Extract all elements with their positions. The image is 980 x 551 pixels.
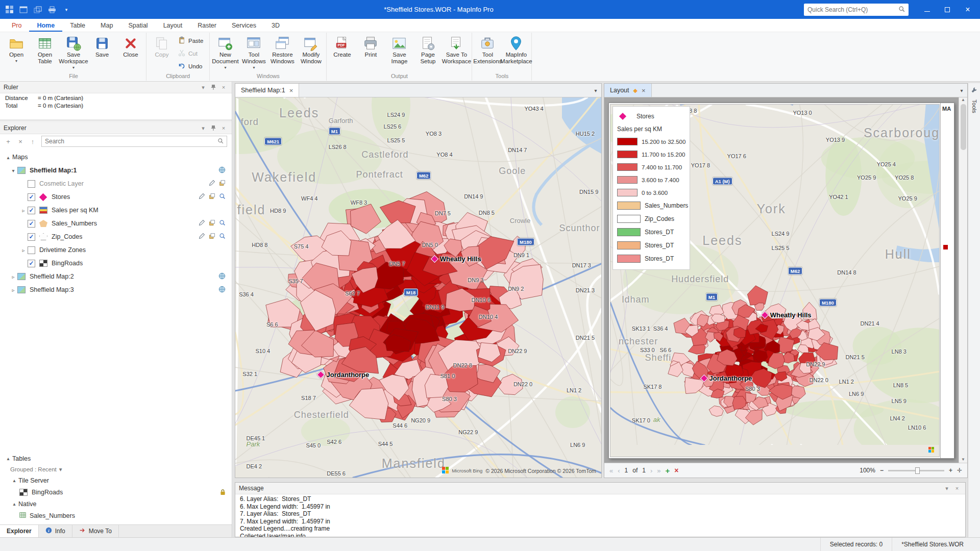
quick-access-layers-icon[interactable] — [31, 3, 45, 16]
zoom-in-icon[interactable]: + — [949, 467, 952, 474]
print-button[interactable]: Print — [356, 33, 385, 72]
panel-menu-icon[interactable]: ▾ — [199, 84, 208, 91]
tables-grouping[interactable]: Grouped : Recent▾ — [0, 464, 232, 474]
zoom-slider-thumb[interactable] — [915, 467, 920, 474]
edit-icon[interactable] — [209, 180, 215, 188]
layout-canvas[interactable]: YO18 8YO13 0NorthallertonScarboroughDL8 … — [604, 97, 967, 463]
vertical-scrollbar[interactable]: ▲ ▼ — [959, 97, 967, 463]
mapinfo-marketplace-button[interactable]: MapInfo Marketplace — [502, 33, 530, 72]
expander-icon[interactable]: ▹ — [9, 287, 17, 293]
open-table-button[interactable]: Open Table — [31, 33, 59, 72]
dock-tab-move-to[interactable]: Move To — [72, 525, 119, 537]
style-icon[interactable] — [209, 219, 215, 228]
zoom-icon[interactable] — [219, 219, 226, 228]
search-icon[interactable] — [217, 138, 224, 145]
tree-map-sheffield-map-3[interactable]: ▹Sheffield Map:3 — [0, 283, 232, 296]
table-group-native[interactable]: ▴Native — [0, 498, 232, 510]
modify-window-button[interactable]: Modify Window — [297, 33, 325, 72]
minimize-button[interactable] — [917, 0, 937, 19]
dock-tab-info[interactable]: iInfo — [39, 525, 72, 537]
edit-icon[interactable] — [199, 233, 205, 241]
save-image-button[interactable]: Save Image — [385, 33, 413, 72]
layer-row-drivetime-zones[interactable]: ▹Drivetime Zones — [0, 243, 232, 257]
ribbon-tab-services[interactable]: Services — [224, 19, 264, 32]
collapse-icon[interactable]: ▴ — [4, 155, 12, 160]
style-icon[interactable] — [209, 233, 215, 241]
ribbon-tab-map[interactable]: Map — [93, 19, 120, 32]
undo-button[interactable]: Undo — [176, 60, 208, 72]
wrench-icon[interactable] — [971, 87, 977, 95]
table-group-tile-server[interactable]: ▴Tile Server — [0, 474, 232, 486]
map-canvas[interactable]: LeedsfordGarforthLS24 9LS25 6YO8 3YO43 4… — [235, 97, 601, 478]
scroll-up-icon[interactable]: ▲ — [961, 97, 965, 102]
style-icon[interactable] — [219, 180, 226, 188]
close-button[interactable]: Close — [116, 33, 145, 72]
add-page-button[interactable]: + — [666, 466, 670, 475]
expander-icon[interactable]: ▹ — [19, 208, 28, 213]
save-to-workspace-button[interactable]: Save To Workspace — [442, 33, 471, 72]
style-icon[interactable] — [209, 193, 215, 201]
tool-windows-button[interactable]: Tool Windows▾ — [239, 33, 268, 72]
restore-windows-button[interactable]: Restore Windows — [268, 33, 297, 72]
explorer-search-input[interactable] — [45, 138, 217, 145]
search-icon[interactable] — [898, 6, 905, 14]
save-workspace-button[interactable]: Save Workspace▾ — [59, 33, 88, 72]
layer-row-zip-codes[interactable]: ✓Zip_Codes — [0, 230, 232, 243]
partial-legend-frame[interactable]: MA — [940, 103, 954, 458]
scroll-down-icon[interactable]: ▼ — [961, 457, 965, 462]
layer-checkbox[interactable]: ✓ — [28, 233, 35, 241]
zoom-icon[interactable] — [219, 233, 226, 241]
dock-tab-explorer[interactable]: Explorer — [0, 525, 39, 537]
quick-access-print-icon[interactable] — [45, 3, 59, 16]
tools-dock-strip[interactable]: Tools — [968, 83, 980, 537]
add-button[interactable]: + — [5, 138, 12, 145]
close-icon[interactable]: × — [219, 84, 228, 90]
first-page-icon[interactable]: « — [609, 467, 613, 474]
expander-icon[interactable]: ▾ — [9, 168, 17, 173]
pin-icon[interactable] — [209, 84, 218, 90]
next-page-icon[interactable]: › — [650, 467, 652, 474]
tab-close-icon[interactable]: × — [289, 87, 293, 94]
last-page-icon[interactable]: » — [657, 467, 660, 474]
tables-group-header[interactable]: ▴Tables — [0, 453, 232, 464]
layer-checkbox[interactable] — [28, 180, 35, 188]
globe-icon[interactable] — [218, 166, 226, 175]
layer-checkbox[interactable] — [28, 246, 35, 254]
layout-page[interactable]: YO18 8YO13 0NorthallertonScarboroughDL8 … — [608, 103, 954, 459]
layer-checkbox[interactable]: ✓ — [28, 260, 35, 267]
maps-group-header[interactable]: ▴Maps — [0, 151, 232, 164]
layer-checkbox[interactable]: ✓ — [28, 220, 35, 228]
quick-access-caret-icon[interactable]: ▾ — [59, 3, 74, 16]
panel-menu-icon[interactable]: ▾ — [199, 125, 208, 132]
ribbon-tab-spatial[interactable]: Spatial — [120, 19, 155, 32]
page-setup-button[interactable]: Page Setup — [413, 33, 442, 72]
new-document-button[interactable]: New Document▾ — [211, 33, 239, 72]
quick-search-input[interactable] — [807, 6, 898, 13]
message-log[interactable]: 6. Layer Alias: Stores_DT6. Max Legend w… — [235, 494, 965, 537]
explorer-search[interactable] — [41, 136, 227, 147]
paste-button[interactable]: Paste — [176, 34, 208, 47]
layer-row-cosmetic-layer[interactable]: Cosmetic Layer — [0, 177, 232, 190]
layer-row-bingroads[interactable]: ✓BingRoads — [0, 257, 232, 270]
close-button[interactable]: × — [958, 0, 978, 19]
collapse-icon[interactable]: ▴ — [10, 501, 18, 507]
tab-layout[interactable]: Layout ◆ × — [604, 84, 652, 97]
app-icon[interactable] — [2, 3, 16, 16]
quick-search[interactable] — [804, 4, 909, 16]
layer-row-stores[interactable]: ✓Stores — [0, 190, 232, 204]
close-icon[interactable]: × — [952, 485, 962, 491]
tab-list-caret-icon[interactable]: ▾ — [590, 84, 601, 97]
maximize-button[interactable] — [937, 0, 958, 19]
prev-page-icon[interactable]: ‹ — [618, 467, 620, 474]
move-up-button[interactable]: ↑ — [29, 138, 36, 145]
layout-legend[interactable]: StoresSales per sq KM15.200 to 32.50011.… — [612, 106, 690, 270]
layout-map-frame[interactable]: YO18 8YO13 0NorthallertonScarboroughDL8 … — [610, 104, 940, 457]
quick-access-window-icon[interactable] — [16, 3, 31, 16]
pin-icon[interactable] — [209, 125, 218, 131]
collapse-icon[interactable]: ▴ — [4, 456, 12, 461]
open-button[interactable]: Open▾ — [2, 33, 31, 72]
collapse-icon[interactable]: ▴ — [10, 478, 18, 483]
layer-checkbox[interactable]: ✓ — [28, 207, 35, 214]
zoom-icon[interactable] — [219, 193, 226, 201]
save-button[interactable]: Save — [88, 33, 116, 72]
